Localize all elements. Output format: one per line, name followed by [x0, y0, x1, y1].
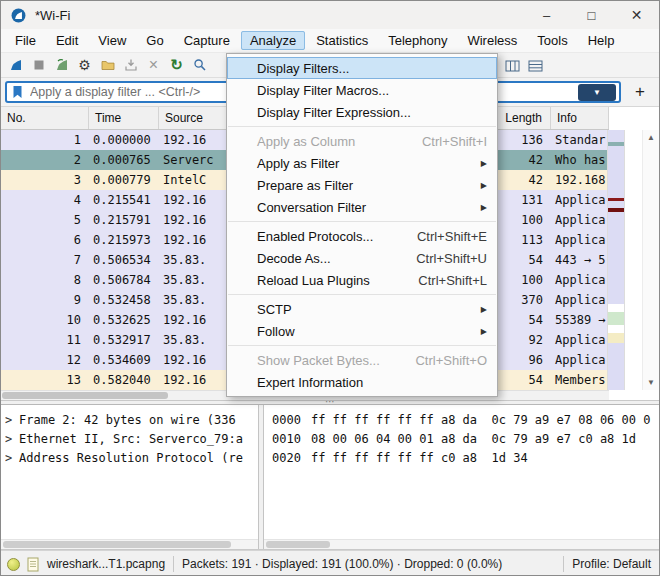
- menubar-item-wireless[interactable]: Wireless: [458, 31, 526, 50]
- find-packet-icon[interactable]: [188, 55, 211, 76]
- menu-item-label: Apply as Filter: [257, 156, 469, 171]
- menu-item-label: Expert Information: [257, 375, 487, 390]
- menubar-item-telephony[interactable]: Telephony: [379, 31, 456, 50]
- menu-separator: [228, 345, 496, 346]
- menubar-item-view[interactable]: View: [89, 31, 135, 50]
- menu-item-display-filter-expression[interactable]: Display Filter Expression...: [227, 101, 497, 123]
- menu-item-enabled-protocols[interactable]: Enabled Protocols...Ctrl+Shift+E: [227, 225, 497, 247]
- capture-comment-icon[interactable]: [27, 557, 39, 572]
- expert-info-icon[interactable]: [7, 558, 20, 571]
- intelligent-scrollbar-minimap[interactable]: [607, 130, 625, 390]
- scrollbar-handle[interactable]: [266, 541, 330, 548]
- menu-separator: [228, 294, 496, 295]
- submenu-arrow-icon: ▶: [481, 159, 487, 168]
- packet-list-vertical-scrollbar[interactable]: ▲ ▼: [642, 130, 659, 390]
- cell-time: 0.506534: [89, 250, 159, 270]
- auto-resize-columns-icon[interactable]: [501, 55, 524, 76]
- menubar-item-statistics[interactable]: Statistics: [307, 31, 377, 50]
- menu-item-expert-information[interactable]: Expert Information: [227, 371, 497, 393]
- menubar-item-tools[interactable]: Tools: [528, 31, 576, 50]
- menubar-item-go[interactable]: Go: [137, 31, 172, 50]
- column-preferences-icon[interactable]: [524, 55, 547, 76]
- cell-info: Applica: [551, 190, 609, 210]
- menu-separator: [228, 126, 496, 127]
- close-file-icon[interactable]: ×: [142, 55, 165, 76]
- menu-item-label: SCTP: [257, 302, 469, 317]
- scrollbar-handle[interactable]: [2, 392, 168, 399]
- menu-item-display-filters[interactable]: Display Filters...: [227, 57, 497, 79]
- cell-no: 6: [1, 230, 89, 250]
- minimize-button[interactable]: –: [524, 1, 569, 29]
- restart-capture-icon[interactable]: [50, 55, 73, 76]
- close-button[interactable]: ✕: [614, 1, 659, 29]
- detail-text: Ethernet II, Src: Serverco_79:a: [19, 432, 243, 446]
- menu-item-shortcut: Ctrl+Shift+I: [422, 134, 487, 149]
- wireshark-window: *Wi-Fi – □ ✕ FileEditViewGoCaptureAnalyz…: [0, 0, 660, 576]
- bytes-horizontal-scrollbar[interactable]: [264, 539, 659, 549]
- menu-item-label: Decode As...: [257, 251, 404, 266]
- menu-item-show-packet-bytes: Show Packet Bytes...Ctrl+Shift+O: [227, 349, 497, 371]
- submenu-arrow-icon: ▶: [481, 181, 487, 190]
- menu-item-follow[interactable]: Follow▶: [227, 320, 497, 342]
- cell-no: 8: [1, 270, 89, 290]
- menu-item-sctp[interactable]: SCTP▶: [227, 298, 497, 320]
- cell-info: 192.168: [551, 170, 609, 190]
- profile-selector[interactable]: Profile: Default: [572, 557, 651, 571]
- packet-detail-row[interactable]: >Ethernet II, Src: Serverco_79:a: [5, 430, 258, 449]
- menu-item-label: Display Filters...: [257, 61, 487, 76]
- toolbar-right-group: [501, 55, 547, 76]
- start-capture-icon[interactable]: [4, 55, 27, 76]
- open-file-icon[interactable]: [96, 55, 119, 76]
- submenu-arrow-icon: ▶: [481, 305, 487, 314]
- expand-chevron-icon[interactable]: >: [5, 449, 19, 468]
- menu-item-apply-as-filter[interactable]: Apply as Filter▶: [227, 152, 497, 174]
- menu-item-label: Show Packet Bytes...: [257, 353, 403, 368]
- statusbar-separator: [173, 556, 174, 572]
- reload-file-icon[interactable]: ↻: [165, 55, 188, 76]
- expand-chevron-icon[interactable]: >: [5, 411, 19, 430]
- hex-bytes: ff ff ff ff ff ff a8 da 0c 79 a9 e7 08 0…: [311, 413, 651, 427]
- scroll-up-icon[interactable]: ▲: [647, 130, 655, 145]
- menu-item-display-filter-macros[interactable]: Display Filter Macros...: [227, 79, 497, 101]
- scrollbar-handle[interactable]: [3, 541, 231, 548]
- filter-bookmark-icon[interactable]: [12, 85, 23, 99]
- menu-item-conversation-filter[interactable]: Conversation Filter▶: [227, 196, 497, 218]
- column-header-time[interactable]: Time: [89, 107, 159, 129]
- cell-no: 13: [1, 370, 89, 390]
- detail-text: Address Resolution Protocol (re: [19, 451, 243, 465]
- expand-chevron-icon[interactable]: >: [5, 430, 19, 449]
- cell-time: 0.000779: [89, 170, 159, 190]
- column-header-no[interactable]: No.: [1, 107, 89, 129]
- hex-dump-row[interactable]: 001008 00 06 04 00 01 a8 da 0c 79 a9 e7 …: [272, 430, 659, 449]
- menu-separator: [228, 221, 496, 222]
- menu-item-prepare-as-filter[interactable]: Prepare as Filter▶: [227, 174, 497, 196]
- cell-no: 3: [1, 170, 89, 190]
- menu-item-label: Apply as Column: [257, 134, 410, 149]
- stop-capture-icon[interactable]: [27, 55, 50, 76]
- filter-history-dropdown-button[interactable]: ▼: [578, 84, 616, 101]
- menu-item-reload-lua-plugins[interactable]: Reload Lua PluginsCtrl+Shift+L: [227, 269, 497, 291]
- capture-options-icon[interactable]: ⚙: [73, 55, 96, 76]
- menu-item-decode-as[interactable]: Decode As...Ctrl+Shift+U: [227, 247, 497, 269]
- hex-dump-row[interactable]: 0020ff ff ff ff ff ff c0 a8 1d 34: [272, 449, 659, 468]
- menubar-item-help[interactable]: Help: [579, 31, 624, 50]
- menu-item-shortcut: Ctrl+Shift+U: [416, 251, 487, 266]
- save-file-icon[interactable]: [119, 55, 142, 76]
- packet-detail-row[interactable]: >Address Resolution Protocol (re: [5, 449, 258, 468]
- scroll-down-icon[interactable]: ▼: [647, 375, 655, 390]
- add-filter-button[interactable]: +: [627, 82, 653, 102]
- hex-dump-row[interactable]: 0000ff ff ff ff ff ff a8 da 0c 79 a9 e7 …: [272, 411, 659, 430]
- details-horizontal-scrollbar[interactable]: [1, 539, 258, 549]
- packet-detail-row[interactable]: >Frame 2: 42 bytes on wire (336: [5, 411, 258, 430]
- maximize-button[interactable]: □: [569, 1, 614, 29]
- menu-item-label: Display Filter Expression...: [257, 105, 487, 120]
- menubar-item-capture[interactable]: Capture: [175, 31, 239, 50]
- titlebar: *Wi-Fi – □ ✕: [1, 1, 659, 29]
- menubar-item-file[interactable]: File: [6, 31, 45, 50]
- cell-no: 2: [1, 150, 89, 170]
- menubar-item-edit[interactable]: Edit: [47, 31, 87, 50]
- cell-info: Applica: [551, 290, 609, 310]
- menubar-item-analyze[interactable]: Analyze: [241, 31, 305, 50]
- column-header-info[interactable]: Info: [551, 107, 609, 129]
- cell-no: 9: [1, 290, 89, 310]
